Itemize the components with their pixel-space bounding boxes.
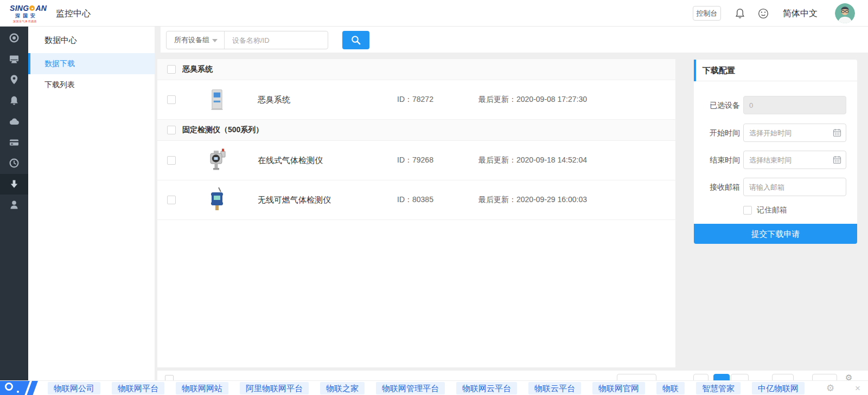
device-checkbox[interactable] — [167, 196, 176, 204]
group-label: 固定检测仪（500系列） — [182, 125, 263, 135]
user-icon — [9, 199, 20, 210]
theme-palette-icon[interactable] — [757, 8, 769, 20]
config-panel-header: 下载配置 — [694, 60, 857, 81]
fixed-gas-detector-image — [205, 147, 229, 174]
remember-email-checkbox[interactable] — [743, 206, 752, 215]
search-toolbar: 所有设备组 — [161, 27, 868, 53]
device-name: 在线式气体检测仪 — [258, 156, 323, 166]
device-row: 无线可燃气体检测仪 ID：80385 最后更新：2020-09-29 16:00… — [157, 180, 675, 220]
rail-item-billing[interactable] — [0, 132, 28, 153]
group-label: 恶臭系统 — [182, 64, 213, 74]
footer-link[interactable]: 物联网管理平台 — [376, 382, 445, 394]
footer-link[interactable]: 物联之家 — [320, 382, 365, 394]
top-header: SINGAN 深国安 深国安气体传感器 监控中心 控制台 简体中文 — [0, 0, 868, 27]
footer-link[interactable]: 智慧管家 — [696, 382, 741, 394]
device-row: 在线式气体检测仪 ID：79268 最后更新：2020-09-18 14:52:… — [157, 141, 675, 180]
device-group-select-value: 所有设备组 — [174, 36, 209, 44]
billing-card-icon — [9, 137, 20, 148]
selected-devices-label: 已选设备 — [694, 96, 740, 114]
footer-gear-icon[interactable]: ⚙ — [826, 382, 834, 394]
search-button[interactable] — [342, 31, 369, 49]
user-avatar[interactable] — [835, 3, 855, 23]
end-time-input[interactable] — [743, 151, 846, 169]
device-id: ID：79268 — [397, 156, 433, 165]
footer-link[interactable]: 中亿物联网 — [752, 382, 805, 394]
device-group-header: 固定检测仪（500系列） — [157, 120, 675, 141]
rail-item-user[interactable] — [0, 195, 28, 216]
device-id: ID：78272 — [397, 95, 433, 105]
footer-close-icon[interactable]: × — [855, 382, 860, 394]
rail-item-dashboard[interactable] — [0, 28, 28, 49]
start-time-input[interactable] — [743, 124, 846, 142]
footer-link[interactable]: 物联云平台 — [528, 382, 581, 394]
device-name: 无线可燃气体检测仪 — [258, 195, 331, 205]
group-checkbox[interactable] — [167, 65, 176, 74]
sidebar-item-data-download[interactable]: 数据下载 — [28, 53, 155, 74]
footer-link[interactable]: 物联 — [656, 382, 685, 394]
footer-link[interactable]: 阿里物联网平台 — [240, 382, 309, 394]
submit-download-button[interactable]: 提交下载申请 — [694, 224, 857, 244]
cloud-icon — [8, 116, 20, 127]
remember-email-label: 记住邮箱 — [757, 205, 787, 215]
group-checkbox[interactable] — [167, 126, 176, 134]
rail-item-download[interactable] — [0, 174, 28, 195]
notification-bell-icon[interactable] — [734, 8, 746, 20]
device-search-input[interactable] — [225, 31, 328, 49]
chevron-down-icon — [212, 39, 218, 42]
page-title: 监控中心 — [56, 0, 91, 27]
footer-bar: 物联网公司物联网平台物联网网站阿里物联网平台物联之家物联网管理平台物联网云平台物… — [0, 380, 868, 395]
accent-bar — [694, 60, 696, 81]
footer-link[interactable]: 物联网网站 — [176, 382, 228, 394]
o-dot-logo-icon — [5, 383, 13, 391]
start-time-label: 开始时间 — [694, 124, 740, 142]
logo-tagline: 深国安气体传感器 — [10, 20, 47, 23]
device-group-header: 恶臭系统 — [157, 59, 675, 80]
device-checkbox[interactable] — [167, 95, 176, 104]
rail-item-history[interactable] — [0, 153, 28, 174]
language-selector[interactable]: 简体中文 — [783, 0, 818, 27]
dashboard-icon — [9, 33, 20, 43]
search-box: 所有设备组 — [166, 31, 328, 49]
device-list-panel: 恶臭系统 恶臭系统 ID：78272 最后更新：2020-09-08 17:27… — [157, 59, 675, 367]
location-pin-icon — [9, 74, 20, 85]
sidebar-item-download-list[interactable]: 下载列表 — [28, 74, 155, 95]
search-icon — [350, 34, 362, 46]
logo-text-right: AN — [35, 4, 47, 12]
email-input[interactable] — [743, 178, 846, 196]
rail-item-devices[interactable] — [0, 49, 28, 70]
alarm-bell-icon — [9, 95, 20, 106]
logo-sun-icon — [29, 5, 35, 11]
download-config-panel: 下载配置 已选设备 开始时间 结束时间 接收邮箱 记住邮箱 提交下载申请 — [694, 60, 857, 244]
email-label: 接收邮箱 — [694, 178, 740, 196]
rail-item-alarm[interactable] — [0, 90, 28, 112]
calendar-icon[interactable] — [833, 156, 841, 164]
footer-link[interactable]: 物联网官网 — [592, 382, 645, 394]
end-time-label: 结束时间 — [694, 151, 740, 169]
wireless-gas-detector-image — [205, 186, 229, 213]
device-group-select[interactable]: 所有设备组 — [167, 31, 224, 49]
download-arrow-icon — [9, 179, 20, 190]
history-clock-icon — [9, 158, 20, 169]
console-button[interactable]: 控制台 — [693, 6, 721, 21]
device-name: 恶臭系统 — [258, 95, 290, 105]
config-panel-title: 下载配置 — [703, 60, 857, 81]
sidebar-section-title: 数据中心 — [28, 27, 155, 53]
device-last-updated: 最后更新：2020-09-08 17:27:30 — [478, 95, 587, 105]
calendar-icon[interactable] — [833, 128, 841, 137]
device-id: ID：80385 — [397, 195, 433, 205]
device-checkbox[interactable] — [167, 156, 176, 165]
logo-text-left: SING — [10, 4, 29, 12]
footer-link[interactable]: 物联网平台 — [112, 382, 164, 394]
footer-links: 物联网公司物联网平台物联网网站阿里物联网平台物联之家物联网管理平台物联网云平台物… — [48, 382, 805, 394]
logo-subtitle: 深国安 — [10, 14, 47, 18]
icon-rail — [0, 27, 28, 380]
footer-link[interactable]: 物联网公司 — [48, 382, 100, 394]
o-dot-logo-dot — [17, 391, 19, 393]
footer-link[interactable]: 物联网云平台 — [456, 382, 517, 394]
devices-screen-icon — [9, 54, 20, 64]
rail-item-location[interactable] — [0, 69, 28, 90]
selected-devices-input — [743, 96, 846, 114]
rail-item-cloud[interactable] — [0, 111, 28, 132]
secondary-sidebar: 数据中心 数据下载 下载列表 — [28, 27, 155, 380]
device-row: 恶臭系统 ID：78272 最后更新：2020-09-08 17:27:30 — [157, 80, 675, 120]
